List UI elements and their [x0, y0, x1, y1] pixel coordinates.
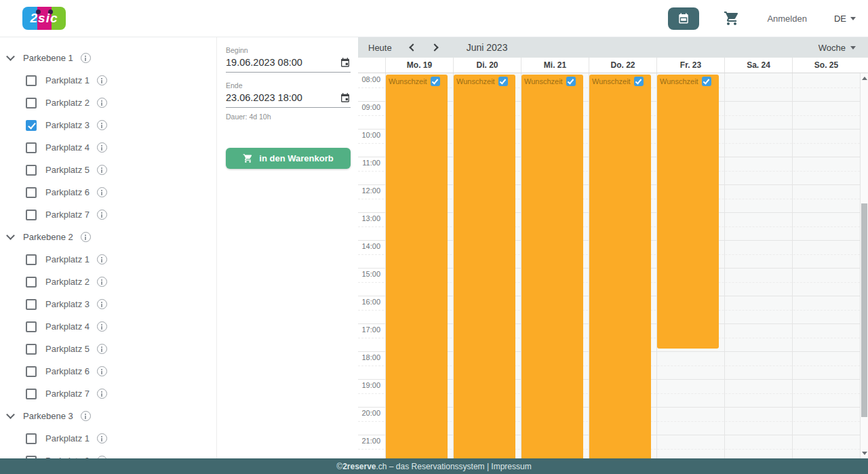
info-icon[interactable]	[97, 366, 107, 376]
event-checkbox[interactable]	[498, 77, 508, 86]
anmelden-link[interactable]: Anmelden	[767, 14, 807, 24]
info-icon[interactable]	[97, 210, 107, 220]
info-icon[interactable]	[97, 321, 107, 332]
info-icon[interactable]	[97, 254, 107, 264]
event-checkbox[interactable]	[634, 77, 644, 86]
next-week-icon[interactable]	[431, 43, 438, 51]
hour-label: 11:00	[358, 159, 380, 167]
info-icon[interactable]	[97, 142, 107, 153]
tree-item-row[interactable]: Parkplatz 4	[0, 136, 216, 159]
tree-item-row[interactable]: Parkplatz 7	[0, 203, 216, 226]
info-icon[interactable]	[81, 232, 91, 242]
calendar-event[interactable]: Wunschzeit	[521, 75, 583, 458]
chevron-down-icon[interactable]	[6, 52, 15, 61]
info-icon[interactable]	[97, 344, 107, 354]
hour-label: 18:00	[358, 353, 380, 361]
tree-group-row[interactable]: Parkebene 1	[0, 47, 216, 69]
beginn-input[interactable]: 19.06.2023 08:00	[226, 57, 302, 68]
checkbox[interactable]	[26, 321, 37, 332]
event-title: Wunschzeit	[592, 77, 631, 85]
hour-label: 19:00	[358, 381, 380, 389]
event-checkbox[interactable]	[702, 77, 711, 86]
tree-group-row[interactable]: Parkebene 2	[0, 226, 216, 248]
info-icon[interactable]	[97, 98, 107, 108]
date-picker-icon[interactable]	[340, 57, 351, 68]
calendar-event[interactable]: Wunschzeit	[386, 75, 448, 458]
tree-item-row[interactable]: Parkplatz 5	[0, 159, 216, 181]
checkbox[interactable]	[26, 366, 37, 377]
info-icon[interactable]	[97, 299, 107, 309]
tree-item-label: Parkplatz 3	[45, 299, 90, 309]
info-icon[interactable]	[97, 433, 107, 443]
day-header-cell[interactable]: Sa. 24	[724, 58, 792, 73]
calendar-event[interactable]: Wunschzeit	[454, 75, 515, 458]
info-icon[interactable]	[97, 165, 107, 175]
event-checkbox[interactable]	[431, 77, 440, 86]
day-header-cell[interactable]: Fr. 23	[656, 58, 724, 73]
day-header-cell[interactable]: Di. 20	[453, 58, 521, 73]
language-selector[interactable]: DE	[834, 14, 856, 24]
calendar-event[interactable]: Wunschzeit	[657, 75, 719, 349]
tree-item-row[interactable]: Parkplatz 1	[0, 427, 216, 450]
logo[interactable]: 2sic	[22, 7, 66, 30]
tree-group-row[interactable]: Parkebene 3	[0, 405, 216, 427]
date-picker-icon[interactable]	[340, 92, 351, 103]
event-checkbox[interactable]	[566, 77, 576, 86]
info-icon[interactable]	[81, 53, 91, 63]
day-header-cell[interactable]: Mo. 19	[385, 58, 453, 73]
checkbox[interactable]	[26, 299, 37, 310]
checkbox[interactable]	[26, 433, 37, 444]
info-icon[interactable]	[97, 277, 107, 287]
tree-item-row[interactable]: Parkplatz 6	[0, 360, 216, 382]
cart-icon	[243, 153, 253, 163]
scroll-up-icon[interactable]	[862, 77, 867, 80]
checkbox[interactable]	[26, 120, 37, 131]
tree-item-row[interactable]: Parkplatz 7	[0, 382, 216, 405]
view-switcher[interactable]: Woche	[818, 43, 856, 53]
tree-item-row[interactable]: Parkplatz 3	[0, 114, 216, 136]
checkbox[interactable]	[26, 187, 37, 198]
day-header-cell[interactable]: So. 25	[792, 58, 860, 73]
info-icon[interactable]	[97, 187, 107, 197]
tree-item-row[interactable]: Parkplatz 1	[0, 69, 216, 92]
calendar-view-button[interactable]	[668, 7, 699, 30]
tree-item-row[interactable]: Parkplatz 5	[0, 338, 216, 360]
checkbox[interactable]	[26, 277, 37, 288]
checkbox[interactable]	[26, 165, 37, 176]
tree-item-row[interactable]: Parkplatz 2	[0, 92, 216, 114]
tree-item-label: Parkplatz 1	[45, 75, 90, 85]
checkbox[interactable]	[26, 344, 37, 355]
checkbox[interactable]	[26, 389, 37, 399]
day-header-cell[interactable]: Mi. 21	[521, 58, 589, 73]
checkbox[interactable]	[26, 75, 37, 86]
tree-item-row[interactable]: Parkplatz 1	[0, 248, 216, 271]
scroll-down-icon[interactable]	[862, 452, 867, 455]
chevron-down-icon[interactable]	[6, 231, 15, 240]
checkbox[interactable]	[26, 210, 37, 220]
footer-text[interactable]: .ch – das Reservationssystem | Impressum	[376, 462, 532, 471]
info-icon[interactable]	[97, 120, 107, 130]
hour-label: 15:00	[358, 270, 380, 278]
tree-item-row[interactable]: Parkplatz 2	[0, 271, 216, 293]
cart-icon[interactable]	[724, 10, 740, 26]
calendar-event[interactable]: Wunschzeit	[589, 75, 651, 458]
day-header-cell[interactable]: Do. 22	[589, 58, 656, 73]
checkbox[interactable]	[26, 254, 37, 265]
tree-item-row[interactable]: Parkplatz 4	[0, 315, 216, 338]
prev-week-icon[interactable]	[409, 43, 416, 51]
ende-input[interactable]: 23.06.2023 18:00	[226, 92, 302, 103]
chevron-down-icon[interactable]	[6, 410, 15, 419]
today-button[interactable]: Heute	[368, 43, 392, 53]
calendar-scrollbar[interactable]	[860, 73, 868, 458]
tree-item-row[interactable]: Parkplatz 3	[0, 293, 216, 315]
add-to-cart-button[interactable]: in den Warenkorb	[226, 148, 351, 169]
info-icon[interactable]	[81, 411, 91, 421]
checkbox[interactable]	[26, 142, 37, 153]
info-icon[interactable]	[97, 389, 107, 399]
tree-item-row[interactable]: Parkplatz 6	[0, 181, 216, 203]
info-icon[interactable]	[97, 75, 107, 85]
week-grid: 08:0009:0010:0011:0012:0013:0014:0015:00…	[358, 73, 868, 458]
tree-item-row[interactable]: Parkplatz 2	[0, 450, 216, 458]
scrollbar-thumb[interactable]	[861, 203, 867, 417]
checkbox[interactable]	[26, 98, 37, 108]
